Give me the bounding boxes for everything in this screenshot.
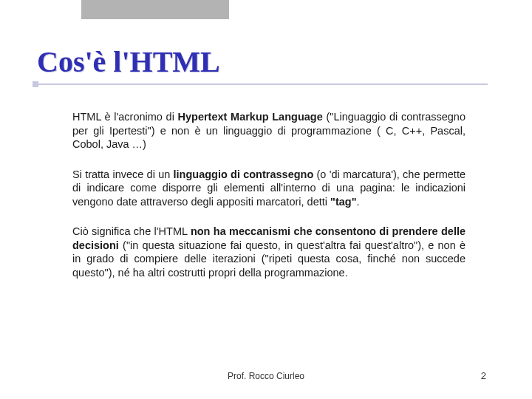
bold-text: Hypertext Markup Language bbox=[178, 111, 323, 123]
text: HTML è l'acronimo di bbox=[72, 111, 178, 123]
paragraph-3: Ciò significa che l'HTML non ha meccanis… bbox=[72, 225, 466, 279]
text: Si tratta invece di un bbox=[72, 168, 174, 180]
text: Ciò significa che l'HTML bbox=[72, 225, 191, 237]
paragraph-2: Si tratta invece di un linguaggio di con… bbox=[72, 168, 466, 209]
title-underline bbox=[37, 83, 488, 85]
bold-text: linguaggio di contrassegno bbox=[174, 168, 314, 180]
decorative-top-bar bbox=[81, 0, 229, 19]
footer-author: Prof. Rocco Ciurleo bbox=[0, 371, 532, 381]
slide-title: Cos'è l'HTML bbox=[37, 44, 495, 79]
page-number: 2 bbox=[481, 370, 486, 381]
bold-text: "tag" bbox=[330, 196, 357, 208]
text: . bbox=[357, 196, 360, 208]
slide-content: Cos'è l'HTML HTML è l'acronimo di Hypert… bbox=[0, 0, 532, 279]
text: ("in questa situazione fai questo, in qu… bbox=[72, 239, 466, 279]
paragraph-1: HTML è l'acronimo di Hypertext Markup La… bbox=[72, 110, 466, 151]
